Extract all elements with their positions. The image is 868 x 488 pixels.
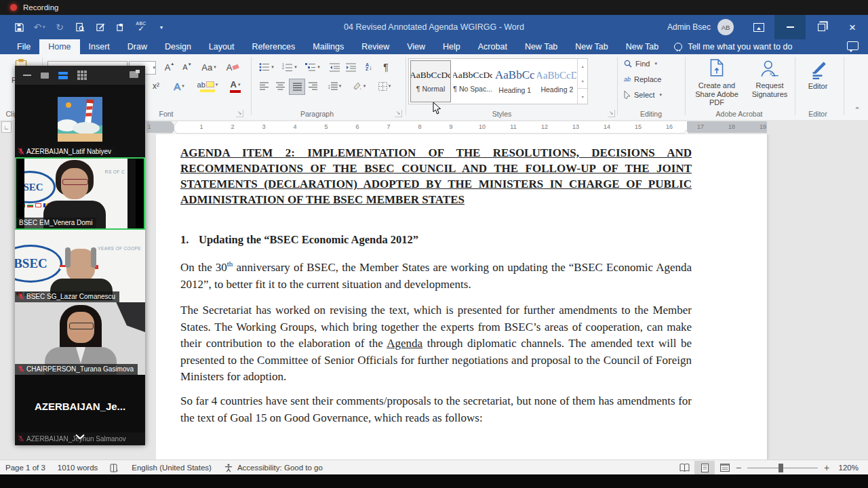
- account-avatar[interactable]: AB: [717, 19, 734, 35]
- page-indicator[interactable]: Page 1 of 3: [5, 464, 45, 472]
- read-aloud-icon[interactable]: [113, 20, 129, 35]
- superscript-button[interactable]: x²: [148, 79, 164, 94]
- styles-scroll-up[interactable]: ▴: [578, 59, 587, 74]
- select-button[interactable]: Select▾: [624, 91, 662, 99]
- align-justify-button[interactable]: [289, 79, 305, 95]
- styles-dialog-launcher[interactable]: ↘: [608, 110, 615, 117]
- styles-gallery-expand[interactable]: ▾: [578, 88, 587, 104]
- hanging-indent-marker[interactable]: [171, 127, 178, 134]
- ribbon-display-options-button[interactable]: [743, 15, 774, 39]
- zoom-slider-track[interactable]: [747, 468, 818, 468]
- paragraph-1[interactable]: On the 30th anniversary of BSEC, the Mem…: [180, 260, 692, 293]
- style-normal[interactable]: AaBbCcDc ¶ Normal: [410, 60, 451, 102]
- show-more-participants-button[interactable]: [72, 432, 88, 441]
- tab-stop-selector[interactable]: ∟: [1, 121, 12, 133]
- zoom-grid-view-icon[interactable]: [77, 70, 87, 80]
- request-signatures-button[interactable]: x Request Signatures: [749, 59, 791, 98]
- horizontal-ruler[interactable]: 112345678910111213141516171819: [146, 121, 767, 133]
- proofing-status-icon[interactable]: x: [110, 464, 119, 472]
- zoom-gallery-view-icon[interactable]: [58, 72, 68, 79]
- borders-button[interactable]: ▾: [373, 79, 396, 94]
- undo-icon[interactable]: ↶▾: [31, 20, 47, 35]
- zoom-slider-handle[interactable]: [778, 464, 783, 472]
- style-no-spacing[interactable]: AaBbCcDc ¶ No Spac...: [452, 60, 493, 102]
- align-left-button[interactable]: [256, 79, 271, 94]
- tab-home[interactable]: Home: [39, 39, 79, 54]
- participant-tile-2[interactable]: BSEC RS OF C BSEC EM_Venera Domi: [15, 157, 145, 230]
- highlight-button[interactable]: ab▾: [195, 79, 220, 94]
- find-button[interactable]: Find▾: [624, 60, 657, 68]
- grow-font-button[interactable]: A▲: [161, 60, 178, 75]
- align-center-button[interactable]: [273, 79, 288, 94]
- paragraph-2[interactable]: The Secretariat has worked on revising t…: [180, 302, 692, 386]
- bullets-button[interactable]: ▾: [256, 60, 277, 75]
- zoom-out-button[interactable]: −: [735, 462, 742, 473]
- participant-tile-3[interactable]: BSEC YEARS OF COOPE: [15, 230, 145, 302]
- restore-button[interactable]: [806, 15, 837, 39]
- text-effects-button[interactable]: A▾: [168, 79, 190, 94]
- print-preview-icon[interactable]: [72, 20, 88, 35]
- qat-customize-icon[interactable]: ▾: [153, 20, 170, 35]
- tab-new-tab-3[interactable]: New Tab: [617, 39, 667, 54]
- decrease-indent-button[interactable]: [327, 60, 342, 75]
- tab-draw[interactable]: Draw: [119, 39, 156, 54]
- tab-layout[interactable]: Layout: [200, 39, 243, 54]
- change-case-button[interactable]: Aa▾: [198, 60, 220, 75]
- show-hide-pilcrow-button[interactable]: ¶: [378, 60, 393, 75]
- clear-formatting-button[interactable]: A: [224, 60, 241, 75]
- line-spacing-button[interactable]: ↕ ▾: [324, 79, 344, 94]
- participant-tile-1[interactable]: AZERBAIJAN_Latif Nabiyev: [15, 85, 145, 157]
- paragraph-dialog-launcher[interactable]: ↘: [395, 110, 402, 117]
- zoom-window-icon[interactable]: [41, 73, 49, 79]
- account-name[interactable]: Admin Bsec: [667, 22, 711, 32]
- tab-insert[interactable]: Insert: [80, 39, 119, 54]
- tab-review[interactable]: Review: [353, 39, 398, 54]
- right-indent-marker[interactable]: [683, 127, 690, 134]
- collapse-ribbon-button[interactable]: ⌃: [850, 104, 864, 115]
- align-right-button[interactable]: [305, 79, 320, 94]
- zoom-in-button[interactable]: +: [823, 462, 830, 473]
- accessibility-status[interactable]: Accessibility: Good to go: [224, 464, 323, 472]
- tab-view[interactable]: View: [398, 39, 434, 54]
- tab-new-tab-2[interactable]: New Tab: [566, 39, 616, 54]
- shading-button[interactable]: ▾: [347, 79, 370, 94]
- minimize-button[interactable]: [774, 15, 806, 39]
- tell-me-box[interactable]: Tell me what you want to do: [674, 39, 792, 54]
- document-heading[interactable]: AGENDA ITEM 2: IMPLEMENTATION OF THE RES…: [180, 145, 692, 207]
- document-page[interactable]: AGENDA ITEM 2: IMPLEMENTATION OF THE RES…: [156, 134, 768, 460]
- participant-tile-5[interactable]: AZERBAIJAN_Je...: [15, 375, 145, 432]
- language-indicator[interactable]: English (United States): [132, 464, 212, 472]
- numbering-button[interactable]: 12▾: [279, 60, 300, 75]
- tab-mailings[interactable]: Mailings: [304, 39, 353, 54]
- shrink-font-button[interactable]: A▼: [179, 60, 195, 75]
- zoom-percentage[interactable]: 120%: [830, 464, 859, 472]
- tab-design[interactable]: Design: [156, 39, 200, 54]
- zoom-minimize-icon[interactable]: [23, 75, 31, 76]
- draw-edit-icon[interactable]: [92, 20, 108, 35]
- tab-help[interactable]: Help: [434, 39, 469, 54]
- styles-scroll-down[interactable]: ▾: [578, 74, 587, 89]
- tab-acrobat[interactable]: Acrobat: [469, 39, 516, 54]
- word-count[interactable]: 1010 words: [58, 464, 98, 472]
- sort-button[interactable]: AZ↓: [361, 60, 377, 75]
- tab-new-tab-1[interactable]: New Tab: [516, 39, 566, 54]
- multilevel-list-button[interactable]: ▾: [302, 60, 323, 75]
- comments-icon[interactable]: [847, 41, 859, 50]
- replace-button[interactable]: ab Replace: [624, 75, 661, 83]
- editor-button[interactable]: Editor: [799, 59, 837, 91]
- font-dialog-launcher[interactable]: ↘: [236, 110, 243, 117]
- tab-file[interactable]: File: [8, 39, 39, 54]
- participant-tile-4[interactable]: CHAIRPERSON_Turana Gasimova: [15, 302, 145, 375]
- increase-indent-button[interactable]: [343, 60, 358, 75]
- style-heading-2[interactable]: AaBbCcD Heading 2: [536, 60, 577, 102]
- close-button[interactable]: ×: [837, 15, 868, 39]
- create-share-pdf-button[interactable]: Create and Share Adobe PDF: [688, 59, 746, 107]
- font-color-button[interactable]: A▾: [224, 79, 247, 94]
- tab-references[interactable]: References: [243, 39, 304, 54]
- print-layout-button[interactable]: [694, 461, 715, 474]
- web-layout-button[interactable]: [715, 461, 735, 474]
- spellcheck-icon[interactable]: ABC ✓: [133, 20, 149, 35]
- read-mode-button[interactable]: [674, 461, 694, 474]
- paragraph-3[interactable]: So far 4 countries have sent their comme…: [180, 393, 692, 426]
- redo-icon[interactable]: ↻: [52, 20, 68, 35]
